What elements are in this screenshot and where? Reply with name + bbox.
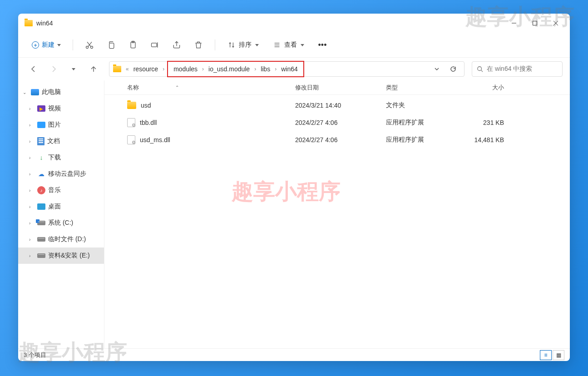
- chevron-right-icon: ›: [29, 237, 35, 242]
- sidebar-label: 移动云盘同步: [48, 170, 86, 178]
- chevron-right-icon: ›: [29, 155, 35, 160]
- paste-button[interactable]: [124, 37, 142, 53]
- breadcrumb-item[interactable]: win64: [279, 64, 300, 74]
- column-headers: 名称 ⌃ 修改日期 类型 大小: [104, 80, 570, 95]
- divider: [73, 40, 73, 50]
- toolbar: + 新建 排序 查看 •••: [18, 33, 570, 58]
- column-header-type[interactable]: 类型: [386, 84, 459, 92]
- chevron-right-icon: ›: [29, 172, 35, 177]
- folder-icon: [25, 20, 33, 26]
- chevron-right-icon: ›: [162, 66, 165, 72]
- file-row[interactable]: usd_ms.dll 2024/2/27 4:06 应用程序扩展 14,481 …: [104, 131, 570, 148]
- share-button[interactable]: [168, 37, 186, 53]
- minimize-button[interactable]: [504, 16, 524, 30]
- back-button[interactable]: [25, 61, 42, 77]
- view-button[interactable]: 查看: [268, 41, 310, 49]
- computer-icon: [31, 89, 39, 95]
- details-view-button[interactable]: ≡: [540, 350, 552, 360]
- history-button[interactable]: [430, 62, 444, 76]
- drive-icon: [37, 237, 45, 242]
- breadcrumb-overflow[interactable]: «: [125, 66, 130, 72]
- file-row[interactable]: usd 2024/3/21 14:40 文件夹: [104, 97, 570, 114]
- folder-icon: [113, 66, 121, 72]
- sidebar-label: 临时文件 (D:): [48, 235, 86, 243]
- sidebar-label: 图片: [48, 121, 61, 129]
- chevron-right-icon: ›: [29, 204, 35, 209]
- breadcrumb-item[interactable]: resource: [132, 64, 160, 74]
- dll-icon: [127, 118, 135, 127]
- view-label: 查看: [284, 41, 297, 49]
- cut-button[interactable]: [80, 37, 99, 53]
- rename-button[interactable]: [146, 37, 164, 53]
- chevron-right-icon: ›: [29, 221, 35, 226]
- chevron-right-icon: ›: [29, 106, 35, 111]
- file-row[interactable]: tbb.dll 2024/2/27 4:06 应用程序扩展 231 KB: [104, 114, 570, 131]
- up-button[interactable]: [85, 61, 102, 77]
- search-icon: [477, 66, 483, 72]
- breadcrumb-item[interactable]: modules: [172, 64, 199, 74]
- explorer-window: win64 + 新建 排序 查看 •••: [18, 14, 570, 361]
- search-placeholder: 在 win64 中搜索: [487, 65, 532, 73]
- chevron-right-icon: ›: [29, 139, 35, 144]
- file-size: 231 KB: [459, 119, 513, 126]
- breadcrumb-item[interactable]: libs: [259, 64, 272, 74]
- column-header-name[interactable]: 名称 ⌃: [114, 84, 295, 92]
- sidebar-item[interactable]: › 资料&安装 (E:): [18, 247, 104, 264]
- chevron-down-icon: [72, 68, 75, 70]
- copy-button[interactable]: [102, 37, 120, 53]
- file-date: 2024/2/27 4:06: [295, 119, 386, 126]
- maximize-button[interactable]: [524, 16, 545, 30]
- drive-icon: [37, 253, 45, 258]
- column-header-date[interactable]: 修改日期: [295, 84, 386, 92]
- sidebar-label: 资料&安装 (E:): [48, 252, 90, 260]
- sidebar-label: 视频: [48, 104, 61, 113]
- new-button[interactable]: + 新建: [27, 37, 65, 53]
- music-icon: ♪: [37, 186, 45, 194]
- sidebar-label: 下载: [48, 153, 61, 162]
- file-type: 应用程序扩展: [386, 136, 459, 144]
- sidebar-item[interactable]: › ↓ 下载: [18, 149, 104, 166]
- file-name: tbb.dll: [140, 119, 157, 126]
- desktop-icon: [37, 203, 45, 210]
- sidebar-item[interactable]: › 桌面: [18, 198, 104, 215]
- chevron-right-icon: ›: [274, 66, 277, 72]
- sidebar-item[interactable]: › ☁ 移动云盘同步: [18, 166, 104, 182]
- file-type: 文件夹: [386, 101, 459, 109]
- sidebar-item[interactable]: › 文档: [18, 133, 104, 149]
- folder-icon: [127, 102, 136, 109]
- sort-label: 排序: [239, 41, 252, 49]
- delete-button[interactable]: [189, 37, 208, 53]
- close-button[interactable]: [545, 16, 566, 30]
- sidebar-item[interactable]: › 图片: [18, 117, 104, 133]
- more-button[interactable]: •••: [313, 37, 331, 53]
- sidebar-item[interactable]: › 系统 (C:): [18, 215, 104, 231]
- sidebar-label: 系统 (C:): [48, 219, 73, 227]
- sidebar-item-this-pc[interactable]: ⌄ 此电脑: [18, 84, 104, 100]
- svg-point-13: [478, 67, 482, 71]
- window-title: win64: [36, 20, 53, 27]
- sidebar-item[interactable]: › ▶ 视频: [18, 100, 104, 117]
- sidebar-item[interactable]: › 临时文件 (D:): [18, 231, 104, 247]
- chevron-down-icon: [301, 44, 304, 46]
- chevron-right-icon: ›: [29, 188, 35, 193]
- sort-button[interactable]: 排序: [222, 41, 264, 49]
- file-size: 14,481 KB: [459, 136, 513, 143]
- file-name: usd_ms.dll: [140, 136, 170, 143]
- column-header-size[interactable]: 大小: [459, 84, 513, 92]
- chevron-right-icon: ›: [253, 66, 257, 72]
- breadcrumb-item[interactable]: io_usd.module: [207, 64, 252, 74]
- refresh-button[interactable]: [446, 62, 460, 76]
- forward-button[interactable]: [45, 61, 62, 77]
- divider: [215, 40, 215, 50]
- sidebar-item[interactable]: › ♪ 音乐: [18, 182, 104, 198]
- statusbar: 3 个项目 ≡ ▦: [18, 348, 570, 361]
- recent-button[interactable]: [65, 61, 82, 77]
- address-bar[interactable]: « resource › modules › io_usd.module › l…: [109, 61, 464, 77]
- image-icon: [37, 122, 45, 128]
- search-input[interactable]: 在 win64 中搜索: [472, 61, 563, 77]
- navbar: « resource › modules › io_usd.module › l…: [18, 58, 570, 80]
- icons-view-button[interactable]: ▦: [553, 350, 564, 360]
- file-date: 2024/3/21 14:40: [295, 102, 386, 109]
- chevron-down-icon: [255, 44, 259, 46]
- file-list: usd 2024/3/21 14:40 文件夹 tbb.dll 2024/2/2…: [104, 95, 570, 348]
